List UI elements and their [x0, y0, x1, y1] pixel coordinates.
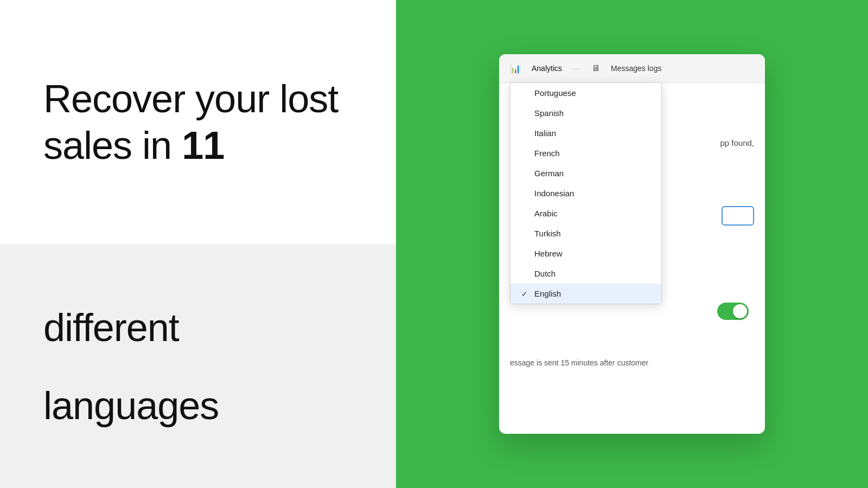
- dropdown-label-german: German: [534, 169, 564, 178]
- bottom-text-different: different: [43, 306, 179, 349]
- app-found-text: pp found,: [720, 138, 754, 147]
- dropdown-label-arabic: Arabic: [534, 209, 558, 218]
- bottom-text-languages: languages: [43, 384, 219, 427]
- app-card: 📊 Analytics — 🖥 Messages logs ha pp foun…: [499, 54, 765, 434]
- hero-bottom: different languages: [0, 244, 396, 488]
- nav-tab-messages[interactable]: Messages logs: [611, 62, 661, 75]
- dropdown-item-arabic[interactable]: Arabic: [510, 203, 661, 223]
- messages-icon: 🖥: [591, 63, 600, 73]
- hero-top: Recover your lost sales in 11: [0, 0, 396, 244]
- hero-text-line1: Recover your lost: [43, 77, 338, 120]
- right-panel: 📊 Analytics — 🖥 Messages logs ha pp foun…: [396, 0, 868, 488]
- logs-label: logs: [648, 64, 662, 73]
- hero-line1: Recover your lost: [43, 75, 338, 122]
- dropdown-label-spanish: Spanish: [534, 108, 564, 118]
- dropdown-item-italian[interactable]: Italian: [510, 123, 661, 143]
- dropdown-item-spanish[interactable]: Spanish: [510, 103, 661, 123]
- dropdown-label-french: French: [534, 149, 560, 158]
- bottom-line1: different: [43, 304, 219, 351]
- dropdown-item-dutch[interactable]: Dutch: [510, 264, 661, 284]
- hero-text-line2: sales in: [43, 124, 182, 167]
- dropdown-item-hebrew[interactable]: Hebrew: [510, 243, 661, 264]
- message-text-content: essage is sent 15 minutes after customer: [510, 358, 648, 367]
- dropdown-item-turkish[interactable]: Turkish: [510, 223, 661, 243]
- toggle-section: [717, 303, 749, 320]
- dropdown-item-german[interactable]: German: [510, 163, 661, 183]
- hero-line2: sales in 11: [43, 122, 338, 169]
- dropdown-item-english[interactable]: ✓ English: [510, 284, 661, 304]
- dropdown-label-dutch: Dutch: [534, 269, 556, 278]
- hero-number: 11: [182, 124, 224, 167]
- nav-separator: —: [573, 64, 580, 73]
- bottom-line2: languages: [43, 383, 219, 428]
- dropdown-label-indonesian: Indonesian: [534, 189, 574, 198]
- partial-app-found: pp found,: [720, 138, 754, 147]
- card-nav: 📊 Analytics — 🖥 Messages logs: [499, 54, 765, 83]
- dropdown-label-italian: Italian: [534, 129, 556, 138]
- dropdown-label-hebrew: Hebrew: [534, 249, 563, 258]
- toggle-switch[interactable]: [717, 303, 749, 320]
- dropdown-item-portuguese[interactable]: Portuguese: [510, 83, 661, 103]
- message-text: essage is sent 15 minutes after customer: [510, 357, 754, 369]
- dropdown-label-turkish: Turkish: [534, 229, 561, 238]
- dropdown-label-portuguese: Portuguese: [534, 88, 576, 98]
- nav-tab-analytics[interactable]: Analytics: [532, 62, 562, 75]
- dropdown-item-indonesian[interactable]: Indonesian: [510, 183, 661, 203]
- input-field[interactable]: [722, 206, 754, 226]
- checkmark-english: ✓: [521, 290, 530, 298]
- messages-label: Messages: [611, 64, 646, 73]
- left-panel: Recover your lost sales in 11 different …: [0, 0, 396, 488]
- analytics-icon: 📊: [510, 63, 521, 74]
- language-dropdown[interactable]: Portuguese Spanish Italian French German: [510, 82, 662, 304]
- dropdown-label-english: English: [534, 289, 561, 298]
- dropdown-item-french[interactable]: French: [510, 143, 661, 163]
